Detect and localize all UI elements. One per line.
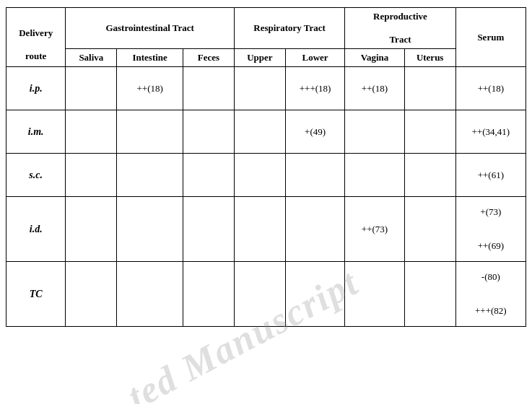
intestine-header: Intestine — [117, 49, 183, 67]
cell-saliva — [66, 262, 117, 327]
cell-lower: +++(18) — [285, 67, 344, 110]
cell-serum: ++(34,41) — [455, 110, 526, 154]
saliva-header: Saliva — [66, 49, 117, 67]
cell-uterus — [404, 110, 455, 154]
cell-upper — [234, 110, 285, 154]
cell-intestine — [117, 154, 183, 197]
vagina-header: Vagina — [345, 49, 404, 67]
cell-lower — [285, 262, 344, 327]
upper-header: Upper — [234, 49, 285, 67]
table-container: Deliveryroute Gastrointestinal Tract Res… — [0, 0, 532, 334]
cell-serum: -(80)+++(82) — [455, 262, 526, 327]
cell-feces — [183, 262, 234, 327]
cell-feces — [183, 197, 234, 262]
cell-intestine: ++(18) — [117, 67, 183, 110]
cell-intestine — [117, 110, 183, 154]
delivery-header: Deliveryroute — [6, 8, 66, 67]
header-row-2: Saliva Intestine Feces Upper Lower Vagin… — [6, 49, 526, 67]
cell-route: TC — [6, 262, 66, 327]
cell-feces — [183, 67, 234, 110]
cell-route: i.p. — [6, 67, 66, 110]
cell-intestine — [117, 197, 183, 262]
cell-vagina: ++(73) — [345, 197, 404, 262]
cell-serum: ++(18) — [455, 67, 526, 110]
cell-upper — [234, 67, 285, 110]
cell-saliva — [66, 67, 117, 110]
cell-upper — [234, 197, 285, 262]
cell-feces — [183, 110, 234, 154]
table-row: i.m.+(49)++(34,41) — [6, 110, 526, 154]
cell-route: i.d. — [6, 197, 66, 262]
uterus-header: Uterus — [404, 49, 455, 67]
cell-route: i.m. — [6, 110, 66, 154]
cell-vagina — [345, 262, 404, 327]
cell-uterus — [404, 197, 455, 262]
lower-header: Lower — [285, 49, 344, 67]
cell-intestine — [117, 262, 183, 327]
cell-serum: +(73)++(69) — [455, 197, 526, 262]
data-table: Deliveryroute Gastrointestinal Tract Res… — [6, 7, 526, 327]
cell-vagina — [345, 154, 404, 197]
repro-tract-header: ReproductiveTract — [345, 8, 455, 49]
cell-uterus — [404, 67, 455, 110]
cell-upper — [234, 262, 285, 327]
table-row: TC-(80)+++(82) — [6, 262, 526, 327]
cell-serum: ++(61) — [455, 154, 526, 197]
table-body: i.p.++(18)+++(18)++(18)++(18)i.m.+(49)++… — [6, 67, 526, 327]
serum-header: Serum — [455, 8, 526, 67]
cell-vagina — [345, 110, 404, 154]
cell-uterus — [404, 154, 455, 197]
table-row: s.c.++(61) — [6, 154, 526, 197]
cell-saliva — [66, 110, 117, 154]
cell-saliva — [66, 154, 117, 197]
cell-lower: +(49) — [285, 110, 344, 154]
resp-tract-header: Respiratory Tract — [234, 8, 344, 49]
gi-tract-header: Gastrointestinal Tract — [66, 8, 235, 49]
cell-route: s.c. — [6, 154, 66, 197]
cell-upper — [234, 154, 285, 197]
header-row-1: Deliveryroute Gastrointestinal Tract Res… — [6, 8, 526, 49]
feces-header: Feces — [183, 49, 234, 67]
cell-lower — [285, 197, 344, 262]
table-row: i.d.++(73)+(73)++(69) — [6, 197, 526, 262]
cell-vagina: ++(18) — [345, 67, 404, 110]
cell-saliva — [66, 197, 117, 262]
table-row: i.p.++(18)+++(18)++(18)++(18) — [6, 67, 526, 110]
cell-feces — [183, 154, 234, 197]
cell-uterus — [404, 262, 455, 327]
cell-lower — [285, 154, 344, 197]
